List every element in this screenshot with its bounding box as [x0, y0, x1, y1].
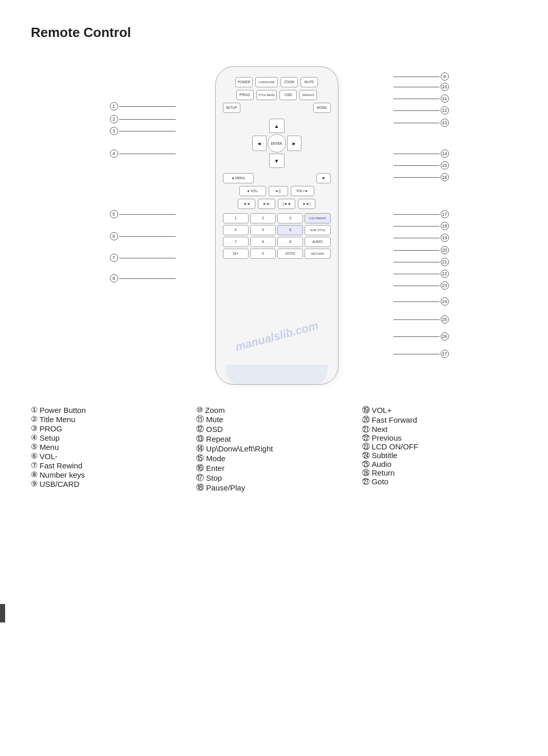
callout-8: 8 — [110, 274, 176, 282]
legend-item-18: ⑱ Pause/Play — [196, 483, 351, 493]
dpad-down-button[interactable]: ▼ — [269, 154, 285, 168]
repeat-button[interactable]: REPEAT — [299, 90, 317, 100]
num-9-button[interactable]: 9 — [277, 237, 303, 247]
numpad: 1 2 3 LCD ON/OFF 4 5 6 SUB TITLE 7 8 9 A… — [223, 213, 331, 259]
legend-item-9: ⑨ USB/CARD — [31, 479, 186, 488]
callout-5: 5 — [110, 210, 176, 218]
legend-label-27: Goto — [372, 477, 389, 486]
legend-label-19: VOL+ — [372, 406, 392, 414]
legend-col-2: ⑩ Zoom ⑪ Mute ⑫ OSD ⑬ Repeat ⑭ Up\Donw\L… — [196, 405, 351, 493]
callout-11: 11 — [393, 94, 449, 103]
enter-button[interactable]: ENTER — [268, 134, 286, 153]
lcd-button[interactable]: LCD ON/OFF — [305, 213, 330, 223]
zoom-button[interactable]: ZOOM — [280, 77, 298, 87]
legend-num-18: ⑱ — [196, 483, 204, 493]
legend-label-2: Title Menu — [40, 415, 75, 424]
card-usb-button[interactable]: CARD/USB — [255, 77, 278, 87]
legend-label-15: Mode — [206, 454, 225, 463]
sidebar-accent-block — [0, 604, 5, 622]
power-button[interactable]: POWER — [235, 77, 253, 87]
legend-item-12: ⑫ OSD — [196, 424, 351, 434]
watermark: manualslib.com — [234, 319, 319, 354]
legend-num-12: ⑫ — [196, 424, 204, 434]
legend-item-5: ⑤ Menu — [31, 442, 186, 451]
dpad-left-button[interactable]: ◄ — [252, 136, 267, 151]
num-0-button[interactable]: 0 — [250, 249, 276, 259]
callout-16: 16 — [393, 173, 449, 181]
menu-button[interactable]: ◄ MENU — [223, 173, 254, 183]
num-4-button[interactable]: 4 — [223, 225, 249, 235]
num-5-button[interactable]: 5 — [250, 225, 276, 235]
legend-item-3: ③ PROG — [31, 424, 186, 433]
return-button[interactable]: RETURN — [305, 249, 330, 259]
callout-22: 22 — [393, 270, 449, 278]
next-button[interactable]: ►►| — [298, 199, 315, 209]
legend-item-8: ⑧ Number keys — [31, 470, 186, 479]
mute-button[interactable]: MUTE — [300, 77, 318, 87]
pause-play-button[interactable]: ►|| — [269, 186, 288, 196]
osd-button[interactable]: OSD — [279, 90, 297, 100]
legend-item-27: ㉗ Goto — [362, 477, 517, 486]
num-2-button[interactable]: 2 — [250, 213, 276, 223]
goto-button[interactable]: GOTO — [277, 249, 303, 259]
btn-row-1: POWER CARD/USB ZOOM MUTE — [223, 77, 331, 87]
callout-26: 26 — [393, 332, 449, 341]
legend-num-8: ⑧ — [31, 470, 37, 479]
legend-num-10: ⑩ — [196, 405, 203, 414]
legend-num-9: ⑨ — [31, 479, 37, 488]
legend-label-12: OSD — [206, 425, 223, 433]
callout-20: 20 — [393, 246, 449, 254]
fast-forward-button[interactable]: ►► — [258, 199, 275, 209]
legend-item-13: ⑬ Repeat — [196, 434, 351, 444]
remote-control-body: manualslib.com POWER CARD/USB ZOOM MUTE … — [184, 66, 369, 385]
stop-button[interactable]: ■ — [316, 173, 331, 183]
dpad-up-button[interactable]: ▲ — [269, 119, 285, 133]
num-10-button[interactable]: 10+ — [223, 249, 249, 259]
callout-18: 18 — [393, 222, 449, 230]
legend-num-15: ⑮ — [196, 453, 204, 463]
legend-label-13: Repeat — [206, 434, 231, 443]
num-7-button[interactable]: 7 — [223, 237, 249, 247]
prog-button[interactable]: PROG — [236, 90, 254, 100]
dpad-right-button[interactable]: ► — [287, 136, 301, 151]
setup-button[interactable]: SETUP — [223, 103, 240, 113]
legend-num-23: ㉓ — [362, 442, 370, 451]
mode-button[interactable]: MODE — [313, 103, 331, 113]
subtitle-button[interactable]: SUB TITLE — [305, 225, 330, 235]
legend-item-17: ⑰ Stop — [196, 473, 351, 483]
legend-label-16: Enter — [206, 464, 224, 472]
vol-plus-button[interactable]: VOL+► — [291, 186, 314, 196]
legend-num-1: ① — [31, 405, 37, 414]
legend-label-24: Subtitle — [372, 451, 398, 460]
legend-num-22: ㉒ — [362, 433, 370, 442]
legend-label-17: Stop — [206, 474, 222, 482]
legend-label-8: Number keys — [40, 470, 85, 479]
num-8-button[interactable]: 8 — [250, 237, 276, 247]
vol-minus-button[interactable]: ◄ VOL- — [239, 186, 266, 196]
page-title: Remote Control — [0, 0, 548, 51]
btn-row-2: PROG TITLE MENU OSD REPEAT — [223, 90, 331, 100]
legend-num-2: ② — [31, 414, 37, 424]
legend-num-26: ㉖ — [362, 468, 370, 477]
legend-item-16: ⑯ Enter — [196, 463, 351, 473]
num-1-button[interactable]: 1 — [223, 213, 249, 223]
legend-item-14: ⑭ Up\Donw\Left\Right — [196, 444, 351, 453]
num-6-button[interactable]: 6 — [277, 225, 303, 235]
legend-num-3: ③ — [31, 424, 37, 433]
legend-num-13: ⑬ — [196, 434, 204, 444]
num-3-button[interactable]: 3 — [277, 213, 303, 223]
legend-item-7: ⑦ Fast Rewind — [31, 461, 186, 470]
legend-num-19: ⑲ — [362, 405, 370, 415]
legend-num-5: ⑤ — [31, 442, 37, 451]
legend-num-25: ㉕ — [362, 460, 370, 468]
legend-col-3: ⑲ VOL+ ⑳ Fast Forward ㉑ Next ㉒ Previous … — [362, 405, 517, 493]
title-menu-button[interactable]: TITLE MENU — [256, 90, 277, 100]
prev-button[interactable]: |◄◄ — [278, 199, 295, 209]
legend-num-21: ㉑ — [362, 425, 370, 433]
callout-15: 15 — [393, 161, 449, 169]
legend-label-23: LCD ON/OFF — [372, 442, 419, 451]
audio-button[interactable]: AUDIO — [305, 237, 330, 247]
legend-label-3: PROG — [40, 424, 62, 433]
legend-num-16: ⑯ — [196, 463, 204, 473]
rewind-button[interactable]: ◄◄ — [238, 199, 255, 209]
